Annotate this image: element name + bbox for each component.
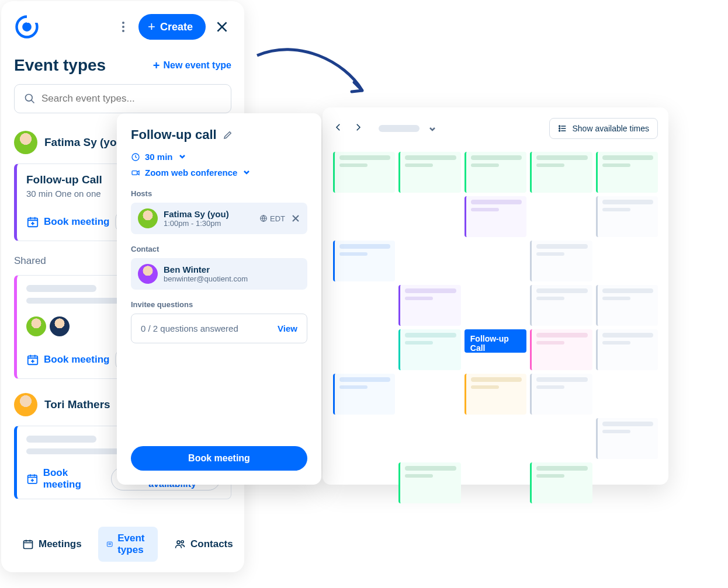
- tab-label: Meetings: [39, 538, 82, 550]
- calendar-slot[interactable]: [596, 196, 658, 237]
- avatar: [14, 131, 37, 154]
- calendar-slot[interactable]: [464, 374, 526, 415]
- remove-host-button[interactable]: [291, 214, 300, 223]
- tab-meetings[interactable]: Meetings: [14, 533, 90, 556]
- more-menu-button[interactable]: [115, 19, 131, 35]
- edit-icon[interactable]: [223, 130, 233, 140]
- calendar-slot[interactable]: [333, 152, 395, 193]
- duration-selector[interactable]: 30 min: [131, 152, 307, 162]
- create-button[interactable]: + Create: [138, 14, 206, 40]
- calendar-slot[interactable]: [530, 241, 592, 281]
- new-event-type-link[interactable]: + New event type: [153, 59, 231, 72]
- svg-point-15: [559, 128, 560, 129]
- contact-email: benwinter@quotient.com: [164, 274, 248, 283]
- calendar-slot[interactable]: [530, 285, 592, 326]
- show-available-label: Show available times: [572, 124, 649, 133]
- calendar-icon: [22, 538, 34, 550]
- book-meeting-link[interactable]: Book meeting: [26, 215, 109, 228]
- host-name: Fatima Sy (you): [164, 209, 254, 219]
- calendar-slot[interactable]: [398, 329, 460, 370]
- connector-arrow: [251, 44, 380, 102]
- calendar-slot[interactable]: [530, 329, 592, 370]
- calendar-slot[interactable]: [596, 418, 658, 459]
- book-meeting-button[interactable]: Book meeting: [131, 446, 307, 471]
- duration-label: 30 min: [145, 152, 173, 162]
- next-button[interactable]: [353, 122, 366, 135]
- tab-event-types[interactable]: Event types: [98, 527, 158, 562]
- calendar-event-followup[interactable]: Follow-up Call: [464, 329, 526, 353]
- contact-label: Contact: [131, 245, 307, 253]
- user-name: Tori Mathers: [44, 398, 110, 411]
- questions-summary: 0 / 2 questions answered: [141, 323, 238, 333]
- calendar-slot[interactable]: [398, 285, 460, 326]
- calendar-slot[interactable]: [596, 285, 658, 326]
- calendar-slot[interactable]: [530, 152, 592, 193]
- calendar-slot[interactable]: [530, 374, 592, 415]
- calendar-slot[interactable]: [596, 152, 658, 193]
- period-placeholder: [379, 125, 420, 132]
- brand-logo: [14, 14, 40, 40]
- svg-point-13: [181, 541, 183, 543]
- calendar-plus-icon: [26, 472, 39, 485]
- avatar: [138, 264, 158, 284]
- svg-rect-18: [132, 171, 137, 175]
- create-label: Create: [160, 21, 193, 33]
- plus-icon: +: [153, 59, 160, 72]
- search-input[interactable]: [41, 93, 221, 105]
- calendar-slot[interactable]: [333, 374, 395, 415]
- book-meeting-label: Book meeting: [188, 453, 250, 463]
- list-card-icon: [106, 538, 113, 550]
- timezone-selector[interactable]: EDT: [259, 214, 285, 223]
- view-questions-link[interactable]: View: [278, 323, 297, 333]
- svg-rect-2: [27, 15, 39, 23]
- popover-title: Follow-up call: [131, 127, 217, 142]
- tab-contacts[interactable]: Contacts: [166, 533, 241, 556]
- svg-point-4: [122, 26, 124, 28]
- contact-card[interactable]: Ben Winter benwinter@quotient.com: [131, 258, 307, 290]
- event-label: Follow-up Call: [470, 334, 521, 353]
- chevron-down-icon[interactable]: [429, 124, 437, 133]
- avatar: [26, 316, 46, 336]
- host-time: 1:00pm - 1:30pm: [164, 219, 254, 228]
- booking-popover: Follow-up call 30 min Zoom web conferenc…: [117, 113, 321, 485]
- list-icon: [558, 124, 567, 133]
- hosts-label: Hosts: [131, 189, 307, 198]
- svg-point-1: [22, 22, 32, 32]
- avatar: [50, 316, 70, 336]
- avatar: [14, 393, 37, 416]
- book-meeting-link[interactable]: Book meeting: [26, 467, 105, 490]
- svg-point-14: [559, 126, 560, 127]
- calendar-slot[interactable]: [596, 329, 658, 370]
- calendar-plus-icon: [26, 353, 39, 366]
- calendar-slot[interactable]: [398, 152, 460, 193]
- svg-point-3: [122, 22, 124, 24]
- calendar-slot[interactable]: [464, 196, 526, 237]
- calendar-plus-icon: [26, 215, 39, 228]
- prev-button[interactable]: [333, 122, 346, 135]
- globe-icon: [259, 214, 268, 222]
- show-available-times-button[interactable]: Show available times: [549, 118, 658, 139]
- book-meeting-label: Book meeting: [44, 354, 109, 366]
- location-selector[interactable]: Zoom web conference: [131, 168, 307, 178]
- svg-rect-10: [24, 541, 33, 548]
- close-button[interactable]: [213, 18, 231, 36]
- placeholder: [26, 436, 96, 443]
- calendar-slot[interactable]: [464, 152, 526, 193]
- chevron-down-icon: [179, 152, 186, 162]
- placeholder: [26, 298, 120, 304]
- calendar-slot[interactable]: [530, 462, 592, 503]
- svg-point-12: [177, 541, 180, 544]
- placeholder: [26, 285, 96, 292]
- clock-icon: [131, 152, 140, 162]
- calendar-slot[interactable]: [398, 462, 460, 503]
- search-field[interactable]: [14, 84, 231, 113]
- book-meeting-link[interactable]: Book meeting: [26, 353, 109, 366]
- bottom-nav: Meetings Event types Contacts: [14, 519, 231, 562]
- questions-label: Invitee questions: [131, 300, 307, 309]
- location-label: Zoom web conference: [145, 168, 237, 178]
- new-event-label: New event type: [164, 60, 231, 71]
- invitee-questions-box: 0 / 2 questions answered View: [131, 314, 307, 343]
- calendar-slot[interactable]: [333, 241, 395, 281]
- calendar-panel: Show available times Follow-up Call: [323, 107, 668, 485]
- host-card[interactable]: Fatima Sy (you) 1:00pm - 1:30pm EDT: [131, 203, 307, 234]
